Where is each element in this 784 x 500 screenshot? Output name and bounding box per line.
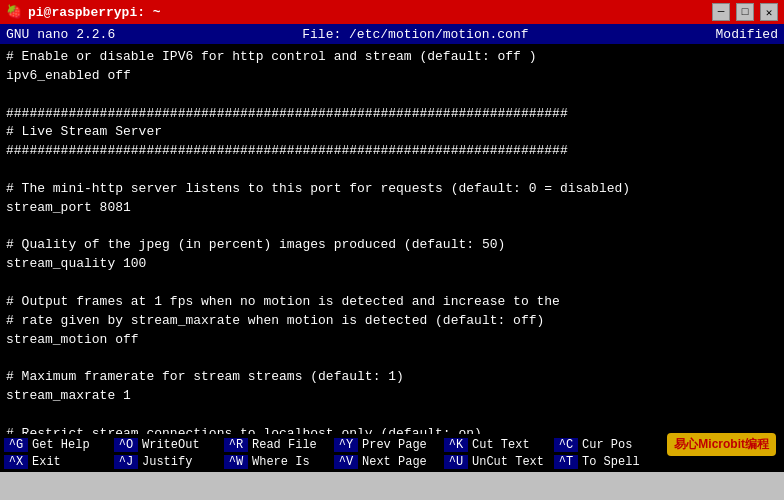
footer-label: Justify [140, 455, 192, 469]
footer-item[interactable]: ^UUnCut Text [444, 455, 554, 469]
footer-item[interactable]: ^JJustify [114, 455, 224, 469]
title-bar-controls: ─ □ ✕ [712, 3, 778, 21]
footer-key: ^R [224, 438, 248, 452]
footer-label: WriteOut [140, 438, 200, 452]
footer-label: Read File [250, 438, 317, 452]
footer-key: ^T [554, 455, 578, 469]
footer-item[interactable]: ^YPrev Page [334, 438, 444, 452]
footer-key: ^U [444, 455, 468, 469]
nano-file: File: /etc/motion/motion.conf [302, 27, 528, 42]
footer-key: ^W [224, 455, 248, 469]
footer-label: UnCut Text [470, 455, 544, 469]
footer-label: Prev Page [360, 438, 427, 452]
title-bar: 🍓 pi@raspberrypi: ~ ─ □ ✕ [0, 0, 784, 24]
footer-key: ^O [114, 438, 138, 452]
footer-key: ^J [114, 455, 138, 469]
footer-key: ^Y [334, 438, 358, 452]
title-bar-left: 🍓 pi@raspberrypi: ~ [6, 4, 161, 20]
footer-label: To Spell [580, 455, 640, 469]
footer-key: ^X [4, 455, 28, 469]
footer-key: ^K [444, 438, 468, 452]
nano-version: GNU nano 2.2.6 [6, 27, 115, 42]
footer-row: ^XExit^JJustify^WWhere Is^VNext Page^UUn… [0, 455, 784, 469]
footer-item[interactable]: ^TTo Spell [554, 455, 664, 469]
window-title: pi@raspberrypi: ~ [28, 5, 161, 20]
footer-label: Where Is [250, 455, 310, 469]
minimize-button[interactable]: ─ [712, 3, 730, 21]
editor-area[interactable]: # Enable or disable IPV6 for http contro… [0, 44, 784, 434]
footer-item[interactable]: ^XExit [4, 455, 114, 469]
nano-status: Modified [716, 27, 778, 42]
terminal-icon: 🍓 [6, 4, 22, 20]
maximize-button[interactable]: □ [736, 3, 754, 21]
close-button[interactable]: ✕ [760, 3, 778, 21]
footer-item[interactable]: ^KCut Text [444, 438, 554, 452]
footer-label: Get Help [30, 438, 90, 452]
footer-label: Cur Pos [580, 438, 632, 452]
footer-key: ^V [334, 455, 358, 469]
footer-key: ^C [554, 438, 578, 452]
footer-item[interactable]: ^RRead File [224, 438, 334, 452]
nano-header: GNU nano 2.2.6 File: /etc/motion/motion.… [0, 24, 784, 44]
footer-item[interactable]: ^VNext Page [334, 455, 444, 469]
footer-label: Cut Text [470, 438, 530, 452]
footer-label: Exit [30, 455, 61, 469]
nano-footer: ^GGet Help^OWriteOut^RRead File^YPrev Pa… [0, 434, 784, 472]
footer-row: ^GGet Help^OWriteOut^RRead File^YPrev Pa… [0, 438, 784, 452]
footer-item[interactable]: ^CCur Pos [554, 438, 664, 452]
footer-key: ^G [4, 438, 28, 452]
footer-item[interactable]: ^GGet Help [4, 438, 114, 452]
footer-item[interactable]: ^OWriteOut [114, 438, 224, 452]
footer-item[interactable]: ^WWhere Is [224, 455, 334, 469]
footer-label: Next Page [360, 455, 427, 469]
